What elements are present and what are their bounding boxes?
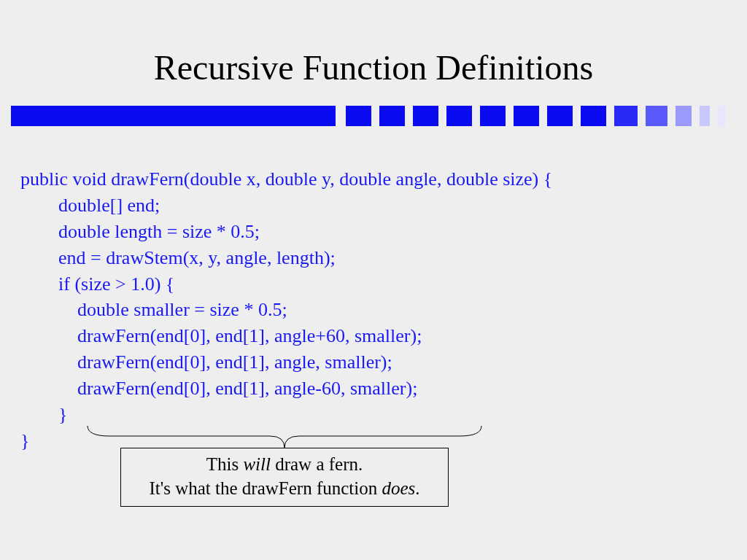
code-line: drawFern(end[0], end[1], angle-60, small… <box>20 378 417 399</box>
code-line: } <box>20 430 29 451</box>
code-line: public void drawFern(double x, double y,… <box>20 168 552 190</box>
code-line: double length = size * 0.5; <box>20 221 260 242</box>
divider-bar-square <box>718 106 725 126</box>
divider-bar-square <box>581 106 606 126</box>
callout-container: This will draw a fern. It's what the dra… <box>73 423 496 507</box>
decorative-divider <box>0 106 747 126</box>
divider-bar-square <box>413 106 438 126</box>
code-line: drawFern(end[0], end[1], angle+60, small… <box>20 325 422 346</box>
divider-bar-long <box>11 106 336 126</box>
divider-bar-square <box>379 106 405 126</box>
code-line: if (size > 1.0) { <box>20 273 174 295</box>
code-line: } <box>20 404 67 425</box>
divider-bar-square <box>514 106 539 126</box>
divider-bar-square <box>614 106 638 126</box>
slide-title: Recursive Function Definitions <box>0 0 747 106</box>
divider-bar-square <box>676 106 692 126</box>
divider-bar-square <box>646 106 667 126</box>
divider-bar-square <box>547 106 573 126</box>
divider-bar-square <box>346 106 371 126</box>
callout-line-1: This will draw a fern. <box>134 453 435 477</box>
divider-bar-square <box>446 106 472 126</box>
code-line: drawFern(end[0], end[1], angle, smaller)… <box>20 351 392 373</box>
callout-line-2: It's what the drawFern function does. <box>134 477 435 501</box>
callout-box: This will draw a fern. It's what the dra… <box>120 448 449 507</box>
curly-brace-icon <box>80 423 489 449</box>
divider-bar-square <box>480 106 506 126</box>
code-line: double smaller = size * 0.5; <box>20 299 287 320</box>
divider-bar-square <box>700 106 710 126</box>
code-block: public void drawFern(double x, double y,… <box>0 126 747 454</box>
code-line: end = drawStem(x, y, angle, length); <box>20 247 336 268</box>
code-line: double[] end; <box>20 195 160 216</box>
